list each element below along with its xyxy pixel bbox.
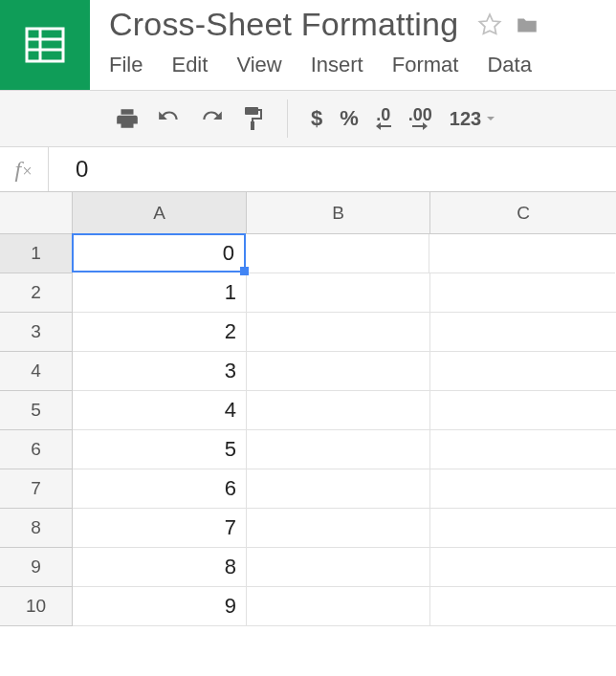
- cell[interactable]: [430, 509, 616, 548]
- menu-edit[interactable]: Edit: [171, 53, 208, 77]
- row-header[interactable]: 8: [0, 509, 73, 548]
- undo-button[interactable]: [157, 106, 182, 131]
- table-row: 109: [0, 587, 616, 626]
- column-header-b[interactable]: B: [247, 192, 430, 234]
- menu-view[interactable]: View: [236, 53, 281, 77]
- document-title[interactable]: Cross-Sheet Formatting: [109, 6, 458, 43]
- format-currency-button[interactable]: $: [311, 106, 322, 131]
- row-header[interactable]: 9: [0, 548, 73, 587]
- cell[interactable]: 1: [73, 273, 247, 313]
- cell[interactable]: [247, 430, 430, 469]
- row-header[interactable]: 1: [0, 234, 73, 273]
- cell[interactable]: [247, 548, 430, 587]
- cell[interactable]: 0: [72, 233, 246, 273]
- cell[interactable]: [430, 391, 616, 430]
- cell[interactable]: [247, 587, 430, 626]
- svg-rect-4: [245, 107, 258, 115]
- row-header[interactable]: 5: [0, 391, 73, 430]
- cell[interactable]: [430, 273, 616, 313]
- row-header[interactable]: 7: [0, 469, 73, 509]
- cell[interactable]: 4: [73, 391, 247, 430]
- toolbar-divider: [287, 99, 288, 138]
- undo-icon: [157, 106, 182, 131]
- column-headers: A B C: [0, 192, 616, 234]
- print-button[interactable]: [115, 106, 140, 131]
- row-header[interactable]: 10: [0, 587, 73, 626]
- cell[interactable]: [429, 234, 615, 273]
- redo-button[interactable]: [199, 106, 224, 131]
- cell[interactable]: [247, 469, 430, 509]
- spreadsheet-icon: [21, 21, 69, 69]
- spreadsheet-grid: A B C 102132435465768798109: [0, 191, 616, 626]
- menu-data[interactable]: Data: [487, 53, 531, 77]
- table-row: 76: [0, 469, 616, 509]
- print-icon: [115, 106, 140, 131]
- paint-format-button[interactable]: [241, 105, 264, 132]
- cell[interactable]: [247, 313, 430, 352]
- cell[interactable]: 8: [73, 548, 247, 587]
- table-row: 32: [0, 313, 616, 352]
- right-arrow-icon: [412, 121, 428, 132]
- header-content: Cross-Sheet Formatting File Edit View In…: [90, 0, 616, 77]
- redo-icon: [199, 106, 224, 131]
- toolbar: $ % .0 .00 123: [0, 90, 616, 147]
- menu-file[interactable]: File: [109, 53, 143, 77]
- increase-decimal-button[interactable]: .00: [408, 106, 432, 132]
- formula-bar: f×: [0, 147, 616, 191]
- cell[interactable]: [247, 509, 430, 548]
- menu-bar: File Edit View Insert Format Data: [109, 53, 616, 77]
- column-header-a[interactable]: A: [73, 192, 247, 234]
- row-header[interactable]: 3: [0, 313, 73, 352]
- chevron-down-icon: [485, 113, 496, 124]
- decrease-decimal-button[interactable]: .0: [376, 106, 391, 132]
- column-header-c[interactable]: C: [430, 192, 616, 234]
- table-row: 54: [0, 391, 616, 430]
- cell[interactable]: [430, 313, 616, 352]
- formula-input[interactable]: [49, 155, 616, 184]
- select-all-corner[interactable]: [0, 192, 73, 234]
- table-row: 10: [0, 234, 616, 273]
- format-percent-button[interactable]: %: [340, 106, 359, 131]
- row-header[interactable]: 4: [0, 352, 73, 391]
- cell[interactable]: [430, 430, 616, 469]
- cell[interactable]: [430, 352, 616, 391]
- star-icon[interactable]: [477, 12, 502, 37]
- cell[interactable]: [247, 273, 430, 313]
- paint-roller-icon: [241, 105, 264, 132]
- app-header: Cross-Sheet Formatting File Edit View In…: [0, 0, 616, 90]
- cell[interactable]: 5: [73, 430, 247, 469]
- cell[interactable]: [430, 469, 616, 509]
- table-row: 21: [0, 273, 616, 313]
- selection-handle[interactable]: [240, 267, 249, 275]
- table-row: 65: [0, 430, 616, 469]
- table-row: 98: [0, 548, 616, 587]
- svg-rect-0: [27, 29, 63, 61]
- cell[interactable]: 2: [73, 313, 247, 352]
- sheets-logo[interactable]: [0, 0, 90, 90]
- folder-icon[interactable]: [514, 12, 540, 37]
- more-formats-button[interactable]: 123: [450, 108, 496, 130]
- cell[interactable]: 3: [73, 352, 247, 391]
- row-header[interactable]: 2: [0, 273, 73, 313]
- cell[interactable]: [430, 587, 616, 626]
- cell[interactable]: 6: [73, 469, 247, 509]
- menu-format[interactable]: Format: [392, 53, 459, 77]
- table-row: 43: [0, 352, 616, 391]
- fx-label: f×: [0, 157, 48, 183]
- table-row: 87: [0, 509, 616, 548]
- left-arrow-icon: [376, 121, 391, 132]
- cell[interactable]: [247, 352, 430, 391]
- cell[interactable]: [430, 548, 616, 587]
- cell[interactable]: [247, 391, 430, 430]
- rows-container: 102132435465768798109: [0, 234, 616, 626]
- cell[interactable]: [246, 234, 429, 273]
- row-header[interactable]: 6: [0, 430, 73, 469]
- svg-rect-5: [251, 121, 254, 130]
- cell[interactable]: 7: [73, 509, 247, 548]
- menu-insert[interactable]: Insert: [311, 53, 363, 77]
- cell[interactable]: 9: [73, 587, 247, 626]
